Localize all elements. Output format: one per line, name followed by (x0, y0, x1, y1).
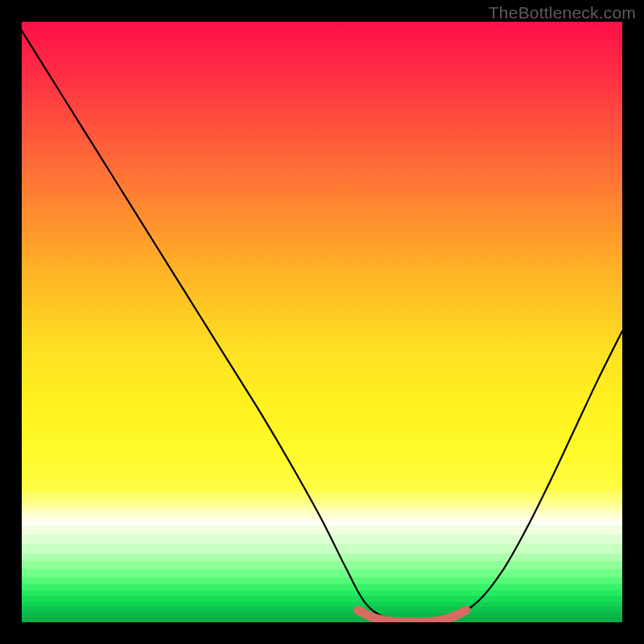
plot-area (22, 22, 622, 622)
chart-stage: TheBottleneck.com (0, 0, 644, 644)
watermark-label: TheBottleneck.com (489, 3, 636, 23)
bottleneck-curve (22, 31, 622, 622)
chart-overlay (22, 22, 622, 622)
